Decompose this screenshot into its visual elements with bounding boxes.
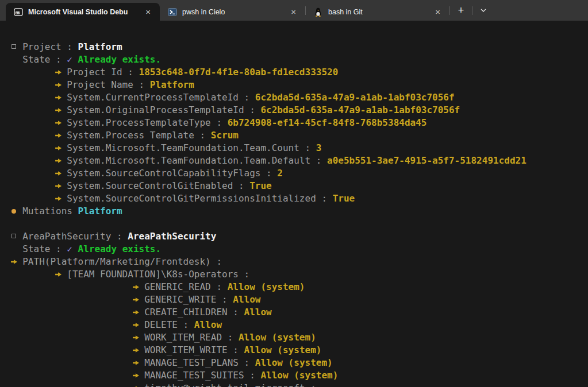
text-segment: Allow (system) bbox=[260, 370, 338, 381]
text-segment: Allow bbox=[233, 294, 260, 305]
powershell-icon bbox=[168, 7, 177, 17]
text-segment: 6c2bda5d-635a-47a9-a1ab-1abf03c7056f bbox=[260, 105, 460, 115]
text-segment bbox=[11, 67, 56, 78]
terminal-line: Project Name : Platform bbox=[11, 79, 588, 91]
pointer-bullet-icon bbox=[133, 331, 139, 344]
terminal-line: System.SourceControlCapabilityFlags : 2 bbox=[11, 167, 588, 180]
pointer-bullet-icon bbox=[56, 268, 62, 281]
text-segment: AreaPathSecurity bbox=[128, 231, 216, 242]
text-segment: Project : bbox=[17, 41, 78, 52]
pointer-bullet-icon bbox=[133, 382, 139, 387]
square-bullet-icon bbox=[11, 230, 17, 243]
terminal-line: System.CurrentProcessTemplateId : 6c2bda… bbox=[11, 91, 588, 104]
terminal-line: DELETE : Allow bbox=[11, 319, 588, 331]
text-segment: System.ProcessTemplateType : bbox=[62, 117, 228, 128]
pointer-bullet-icon bbox=[56, 192, 62, 205]
text-segment: System.OriginalProcessTemplateId : bbox=[62, 105, 261, 115]
text-segment: AreaPathSecurity : bbox=[17, 231, 128, 242]
text-segment: Already exists. bbox=[78, 243, 162, 254]
terminal-line: State : ✓ Already exists. bbox=[11, 53, 588, 66]
text-segment: Allow bbox=[244, 307, 272, 318]
text-segment bbox=[11, 105, 56, 115]
pointer-bullet-icon bbox=[133, 319, 139, 331]
text-segment bbox=[11, 168, 56, 179]
close-tab-icon[interactable]: × bbox=[143, 7, 153, 17]
text-segment: ✓ bbox=[67, 243, 72, 254]
text-segment: GENERIC_WRITE : bbox=[139, 294, 233, 305]
terminal-line: PATH(Platform/Marketing/Frontdesk) : bbox=[11, 256, 588, 268]
tab-title: Microsoft Visual Studio Debu bbox=[28, 8, 128, 16]
terminal-line: [TEAM FOUNDATION]\K8s-Operators : bbox=[11, 268, 588, 281]
close-tab-icon[interactable]: × bbox=[433, 7, 443, 17]
text-segment bbox=[11, 155, 56, 166]
text-segment: State : bbox=[11, 243, 67, 254]
pointer-bullet-icon bbox=[133, 306, 139, 319]
pointer-bullet-icon bbox=[133, 344, 139, 357]
text-segment bbox=[11, 142, 56, 153]
pointer-bullet-icon bbox=[133, 369, 139, 382]
text-segment: ✓ bbox=[67, 54, 72, 65]
text-segment bbox=[11, 92, 56, 103]
pointer-bullet-icon bbox=[133, 281, 139, 293]
text-segment: System.Process Template : bbox=[62, 130, 211, 141]
terminal-output[interactable]: Project : Platform State : ✓ Already exi… bbox=[0, 21, 588, 387]
text-segment: True bbox=[249, 180, 272, 191]
terminal-line: AreaPathSecurity : AreaPathSecurity bbox=[11, 230, 588, 243]
pointer-bullet-icon bbox=[133, 293, 139, 306]
text-segment: Scrum bbox=[211, 130, 239, 141]
terminal-line: System.SourceControlGitEnabled : True bbox=[11, 180, 588, 192]
text-segment bbox=[11, 294, 133, 305]
chevron-down-icon bbox=[480, 8, 487, 13]
tab-bash-git[interactable]: bash in Git × bbox=[306, 3, 449, 21]
terminal-line: WORK_ITEM_READ : Allow (system) bbox=[11, 331, 588, 344]
terminal-line: System.OriginalProcessTemplateId : 6c2bd… bbox=[11, 104, 588, 117]
text-segment: WORK_ITEM_WRITE : bbox=[139, 345, 244, 355]
text-segment: Project Id : bbox=[62, 67, 139, 78]
text-segment: MANAGE_TEST_SUITES : bbox=[139, 370, 261, 381]
pointer-bullet-icon bbox=[56, 129, 62, 142]
text-segment bbox=[11, 130, 56, 141]
pointer-bullet-icon bbox=[56, 142, 62, 154]
terminal-line: Project : Platform bbox=[11, 41, 588, 53]
tab-pwsh-cielo[interactable]: pwsh in Cielo × bbox=[160, 3, 305, 21]
text-segment: State : bbox=[11, 54, 67, 65]
text-segment bbox=[11, 382, 133, 387]
text-segment: System.SourceControlCapabilityFlags : bbox=[62, 168, 278, 179]
text-segment: CREATE_CHILDREN : bbox=[139, 307, 244, 318]
text-segment: timothy@wright.tail.microsoft : bbox=[139, 382, 316, 387]
text-segment: Platform bbox=[150, 79, 194, 90]
terminal-line: WORK_ITEM_WRITE : Allow (system) bbox=[11, 344, 588, 357]
pointer-bullet-icon bbox=[56, 117, 62, 129]
terminal-line: State : ✓ Already exists. bbox=[11, 243, 588, 256]
text-segment: WORK_ITEM_READ : bbox=[139, 332, 239, 343]
terminal-line: System.SourceControlGitPermissionsInitia… bbox=[11, 192, 588, 205]
new-tab-button[interactable]: + bbox=[450, 2, 472, 18]
text-segment: 6b724908-ef14-45cf-84f8-768b5384da45 bbox=[228, 117, 427, 128]
terminal-line: System.Process Template : Scrum bbox=[11, 129, 588, 142]
text-segment: System.SourceControlGitPermissionsInitia… bbox=[62, 193, 333, 204]
text-segment: Platform bbox=[78, 41, 122, 52]
text-segment bbox=[11, 319, 133, 330]
text-segment: [TEAM FOUNDATION]\K8s-Operators : bbox=[62, 269, 250, 280]
terminal-line: GENERIC_READ : Allow (system) bbox=[11, 281, 588, 293]
tab-title: bash in Git bbox=[328, 8, 363, 16]
pointer-bullet-icon bbox=[56, 180, 62, 192]
pointer-bullet-icon bbox=[56, 66, 62, 79]
tab-bar: c:\ Microsoft Visual Studio Debu × pwsh … bbox=[0, 0, 588, 21]
text-segment bbox=[11, 117, 56, 128]
text-segment bbox=[11, 269, 56, 280]
text-segment: System.Microsoft.TeamFoundation.Team.Def… bbox=[62, 155, 327, 166]
close-tab-icon[interactable]: × bbox=[289, 7, 298, 17]
terminal-line bbox=[11, 218, 588, 230]
text-segment: Allow (system) bbox=[228, 281, 305, 292]
tab-title: pwsh in Cielo bbox=[182, 8, 225, 16]
text-segment bbox=[11, 79, 56, 90]
square-bullet-icon bbox=[11, 41, 17, 53]
dot-bullet-icon bbox=[11, 205, 17, 218]
text-segment bbox=[11, 281, 133, 292]
tab-dropdown-button[interactable] bbox=[472, 2, 494, 18]
cmd-icon: c:\ bbox=[14, 7, 23, 17]
text-segment: 3 bbox=[316, 142, 322, 153]
tab-debug-console[interactable]: c:\ Microsoft Visual Studio Debu × bbox=[6, 3, 160, 21]
text-segment: Allow (system) bbox=[255, 357, 333, 368]
